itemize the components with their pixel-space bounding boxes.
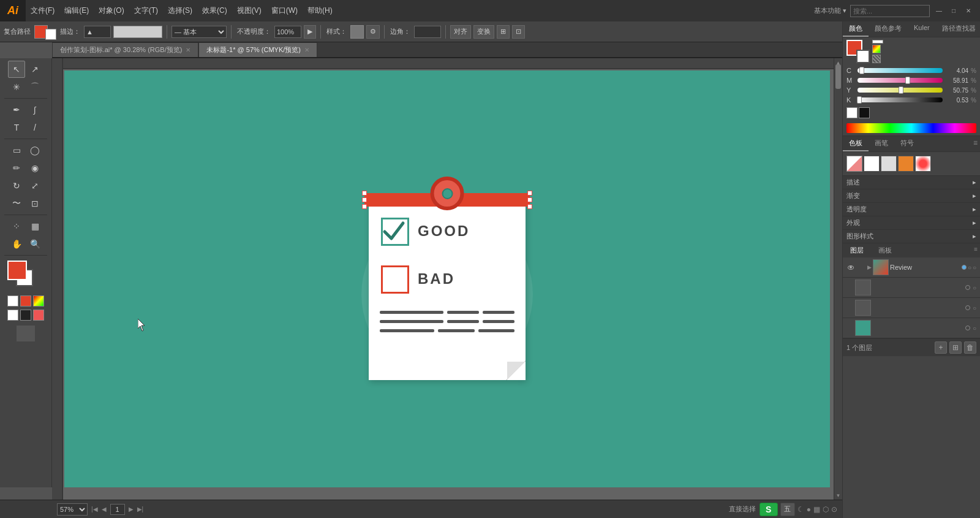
- type-tool[interactable]: T: [8, 119, 25, 136]
- hand-tool[interactable]: ✋: [8, 235, 25, 253]
- new-sublayer-btn[interactable]: +: [935, 341, 947, 354]
- warp-tool[interactable]: 〜: [8, 195, 25, 212]
- search-input[interactable]: [850, 5, 930, 17]
- menu-file[interactable]: 文件(F): [26, 0, 59, 21]
- pathfinder-tab[interactable]: 路径查找器: [936, 21, 980, 37]
- ellipse-tool[interactable]: ◯: [26, 142, 43, 159]
- ime-table-btn[interactable]: ▦: [813, 505, 820, 514]
- zoom-tool[interactable]: 🔍: [26, 235, 43, 253]
- lasso-tool[interactable]: ⌒: [26, 78, 43, 96]
- select-tool[interactable]: ↖: [8, 61, 25, 78]
- tool-stack[interactable]: [16, 325, 36, 342]
- style-btn[interactable]: ⚙: [366, 25, 380, 39]
- menu-view[interactable]: 视图(V): [232, 0, 266, 21]
- menu-help[interactable]: 帮助(H): [303, 0, 337, 21]
- brush-select[interactable]: — 基本: [172, 26, 227, 38]
- scale-tool[interactable]: ⤢: [26, 177, 43, 194]
- curvature-tool[interactable]: ∫: [26, 101, 43, 118]
- page-nav-prev-btn[interactable]: ◀: [102, 506, 107, 512]
- m-slider[interactable]: [858, 78, 943, 83]
- tab-1[interactable]: 未标题-1* @ 57% (CMYK/预览) ✕: [198, 42, 317, 57]
- opacity-input[interactable]: [274, 26, 301, 38]
- layer-vis-toggle[interactable]: [846, 263, 855, 272]
- sub-panel-opacity-title[interactable]: 透明度 ▸: [843, 203, 980, 216]
- color-spectrum[interactable]: [846, 123, 976, 133]
- ime-moon-btn[interactable]: ☾: [797, 505, 804, 514]
- tab-0-close[interactable]: ✕: [186, 47, 190, 53]
- corner-input[interactable]: [414, 26, 441, 38]
- minimize-button[interactable]: —: [933, 6, 944, 17]
- color-swatch-small[interactable]: [20, 295, 31, 307]
- line-tool[interactable]: /: [26, 119, 43, 136]
- sublayer-ctrl-3[interactable]: ○: [973, 325, 976, 332]
- swatch-panel-menu[interactable]: ≡: [971, 136, 980, 151]
- y-thumb[interactable]: [899, 86, 903, 94]
- color-reference-tab[interactable]: 颜色参考: [869, 21, 908, 37]
- m-thumb[interactable]: [905, 77, 910, 84]
- layer-expand[interactable]: ▶ Review: [867, 259, 959, 275]
- c-slider[interactable]: [858, 68, 943, 73]
- layer-row-review[interactable]: ▶ Review ○ ○: [843, 257, 980, 278]
- foreground-color[interactable]: [7, 261, 27, 280]
- delete-layer-btn[interactable]: 🗑: [964, 341, 976, 354]
- stroke-weight-input[interactable]: [84, 26, 111, 38]
- swatch-lgray[interactable]: [881, 156, 897, 172]
- white-swatch[interactable]: [846, 107, 858, 118]
- canvas-area[interactable]: GOOD BAD: [52, 58, 842, 500]
- page-nav-next-btn[interactable]: ▶: [129, 506, 134, 512]
- page-number-bottom[interactable]: [110, 504, 125, 515]
- layer-subrow-1[interactable]: ○: [843, 278, 980, 298]
- extra-btn[interactable]: ⊡: [512, 25, 525, 39]
- stroke-swatch[interactable]: [45, 29, 56, 40]
- page-nav-prev-prev[interactable]: |◀: [91, 506, 98, 512]
- sub-panel-graphic-styles-title[interactable]: 图形样式 ▸: [843, 230, 980, 243]
- style-preview[interactable]: [350, 25, 364, 39]
- k-thumb[interactable]: [857, 96, 862, 104]
- color-fg-bg[interactable]: [846, 40, 870, 63]
- menu-edit[interactable]: 编辑(E): [59, 0, 94, 21]
- swatch-flower[interactable]: [915, 156, 931, 172]
- k-slider[interactable]: [858, 97, 943, 102]
- page-nav-next-next[interactable]: ▶|: [137, 506, 144, 512]
- ime-dot-btn[interactable]: ●: [807, 505, 811, 514]
- sublayer-ctrl-1[interactable]: ○: [973, 284, 976, 291]
- vscroll-down[interactable]: ▼: [834, 491, 842, 500]
- rotate-tool[interactable]: ↻: [8, 177, 25, 194]
- column-graph-tool[interactable]: ▦: [26, 218, 43, 235]
- c-thumb[interactable]: [859, 67, 864, 74]
- layer-lock-icon[interactable]: [858, 263, 865, 272]
- sub-panel-gradient-title[interactable]: 渐变 ▸: [843, 189, 980, 202]
- brushes-tab[interactable]: 画笔: [869, 136, 894, 151]
- swatch-white[interactable]: [864, 156, 880, 172]
- vertical-scrollbar[interactable]: ▲ ▼: [834, 58, 842, 500]
- color-none-btn[interactable]: [872, 55, 881, 63]
- ime-mode-btn[interactable]: 五: [780, 503, 795, 516]
- ime-settings-btn[interactable]: ⊙: [831, 505, 837, 514]
- sub-panel-describe-title[interactable]: 描述 ▸: [843, 176, 980, 189]
- magic-wand-tool[interactable]: ✳: [8, 78, 25, 96]
- new-layer-btn[interactable]: ⊞: [949, 341, 962, 354]
- menu-effect[interactable]: 效果(C): [197, 0, 232, 21]
- swatch-none[interactable]: [846, 156, 862, 172]
- white-swatch-small[interactable]: [7, 295, 18, 307]
- opacity-up[interactable]: ▶: [304, 25, 316, 39]
- layers-tab-artboard[interactable]: 画板: [871, 243, 899, 257]
- gradient-swatch-small[interactable]: [33, 295, 44, 307]
- layers-panel-menu[interactable]: ≡: [971, 243, 980, 257]
- brush-tool[interactable]: ✏: [8, 159, 25, 177]
- transform-btn[interactable]: 变换: [473, 25, 494, 39]
- fill-red-small[interactable]: [33, 310, 44, 321]
- kuler-tab[interactable]: Kuler: [908, 21, 936, 37]
- sublayer-ctrl-2[interactable]: ○: [973, 305, 976, 311]
- ime-more-btn[interactable]: ⬡: [823, 505, 829, 514]
- align-btn[interactable]: 对齐: [450, 25, 471, 39]
- free-transform-tool[interactable]: ⊡: [26, 195, 43, 212]
- close-button[interactable]: ✕: [963, 6, 974, 17]
- swatch-tab[interactable]: 色板: [843, 136, 869, 151]
- color-tab[interactable]: 颜色: [843, 21, 869, 37]
- symbolspray-tool[interactable]: ⁘: [8, 218, 25, 235]
- tab-1-close[interactable]: ✕: [304, 47, 309, 53]
- fill-none-small[interactable]: [7, 310, 18, 321]
- fill-dark-small[interactable]: [20, 310, 31, 321]
- color-bg-box[interactable]: [856, 50, 870, 63]
